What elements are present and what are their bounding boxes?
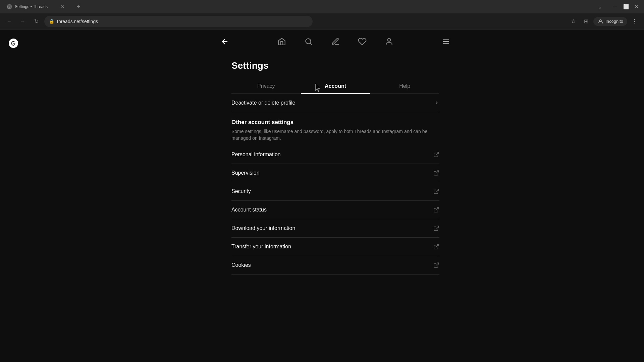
external-link-icon [433,244,439,250]
personal-information-label: Personal information [231,152,281,158]
url-text: threads.net/settings [57,19,98,24]
sidebar-left [0,29,27,350]
activity-nav-icon[interactable] [356,35,369,48]
external-link-icon [433,225,439,231]
browser-nav-bar: ← → ↻ 🔒 threads.net/settings ☆ ⊞ Incogni… [0,13,644,29]
nav-icons [275,35,396,48]
threads-logo[interactable] [6,36,21,51]
tab-help[interactable]: Help [370,79,439,94]
top-nav [218,29,453,54]
lock-icon: 🔒 [49,19,54,24]
svg-line-13 [436,263,439,265]
svg-line-11 [436,226,439,229]
address-bar[interactable]: 🔒 threads.net/settings [44,16,313,27]
minimize-button[interactable]: ─ [610,2,620,11]
svg-line-7 [436,152,439,155]
home-nav-icon[interactable] [275,35,288,48]
maximize-button[interactable]: ⬜ [621,2,631,11]
other-account-section: Other account settings Some settings, li… [231,112,439,145]
profile-nav-icon[interactable] [382,35,396,48]
cookies-item[interactable]: Cookies [231,256,439,275]
settings-container: Settings Privacy Account Help Deactivate… [231,54,439,281]
new-tab-button[interactable]: + [74,2,83,11]
tab-close-button[interactable]: ✕ [60,4,66,10]
browser-nav-right: ☆ ⊞ Incognito ⋮ [568,16,640,27]
transfer-information-item[interactable]: Transfer your information [231,238,439,256]
window-controls: ─ ⬜ ✕ [610,2,641,11]
browser-view-button[interactable]: ⊞ [581,16,591,27]
incognito-icon [597,18,603,24]
external-link-icon [433,262,439,268]
external-link-icon [433,152,439,158]
forward-button[interactable]: → [17,16,28,27]
back-button[interactable]: ← [4,16,15,27]
main-area: Settings Privacy Account Help Deactivate… [27,29,644,350]
extensions-button[interactable]: ⋮ [629,16,640,27]
security-label: Security [231,188,251,194]
page-content: Settings Privacy Account Help Deactivate… [0,29,644,350]
browser-title-bar: Settings • Threads ✕ + ⌄ ─ ⬜ ✕ [0,0,644,13]
tab-favicon [7,4,12,9]
settings-tabs: Privacy Account Help [231,79,439,94]
search-nav-icon[interactable] [302,35,315,48]
other-account-title: Other account settings [231,119,439,126]
svg-line-12 [436,244,439,247]
personal-information-item[interactable]: Personal information [231,145,439,164]
svg-point-2 [306,39,311,44]
tab-title: Settings • Threads [15,4,57,9]
svg-point-3 [388,38,391,41]
external-link-icon [433,188,439,194]
incognito-label: Incognito [605,19,623,24]
tab-account[interactable]: Account [301,79,370,94]
back-button[interactable] [218,35,231,48]
security-item[interactable]: Security [231,182,439,201]
chevron-right-icon [434,100,439,106]
close-window-button[interactable]: ✕ [632,2,641,11]
svg-line-10 [436,207,439,210]
external-link-icon [433,170,439,176]
account-status-label: Account status [231,207,267,213]
deactivate-item[interactable]: Deactivate or delete profile [231,94,439,112]
tab-privacy[interactable]: Privacy [231,79,301,94]
tab-list-button[interactable]: ⌄ [594,1,605,12]
download-information-label: Download your information [231,225,295,231]
svg-line-9 [436,189,439,192]
incognito-badge: Incognito [593,17,627,26]
supervision-item[interactable]: Supervision [231,164,439,182]
deactivate-label: Deactivate or delete profile [231,100,295,106]
svg-line-8 [436,171,439,173]
other-account-description: Some settings, like username and passwor… [231,128,439,141]
compose-nav-icon[interactable] [329,35,342,48]
bookmark-button[interactable]: ☆ [568,16,579,27]
svg-point-0 [7,5,11,9]
download-information-item[interactable]: Download your information [231,219,439,238]
settings-account-section: Deactivate or delete profile Other accou… [231,94,439,275]
external-link-icon [433,207,439,213]
threads-logo-svg [7,38,19,50]
menu-icon[interactable] [439,35,453,48]
reload-button[interactable]: ↻ [31,16,42,27]
supervision-label: Supervision [231,170,260,176]
active-tab[interactable]: Settings • Threads ✕ [3,1,70,12]
browser-chrome: Settings • Threads ✕ + ⌄ ─ ⬜ ✕ ← → ↻ 🔒 t… [0,0,644,29]
account-status-item[interactable]: Account status [231,201,439,219]
settings-title: Settings [231,60,439,71]
cookies-label: Cookies [231,262,251,268]
transfer-information-label: Transfer your information [231,244,291,250]
